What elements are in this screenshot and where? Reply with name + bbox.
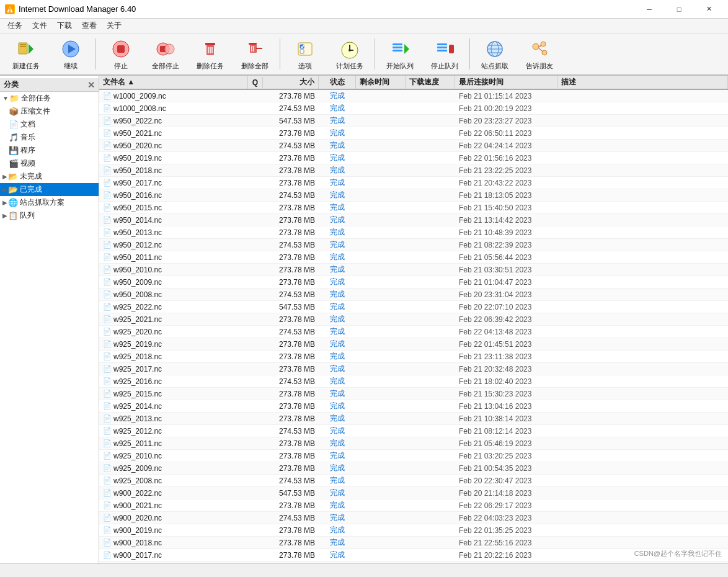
sidebar-item-programs[interactable]: 💾程序 (0, 144, 99, 157)
table-row[interactable]: 📄 w950_2017.nc 273.78 MB 完成 Feb 21 20:43… (99, 177, 728, 189)
tree-folder-icon: 📂 (8, 172, 18, 181)
cell-remain (356, 158, 406, 159)
table-row[interactable]: 📄 w950_2020.nc 274.53 MB 完成 Feb 22 04:24… (99, 140, 728, 152)
cell-status: 完成 (319, 363, 356, 375)
col-header-speed[interactable]: 下载速度 (406, 76, 455, 89)
cell-desc (557, 158, 728, 159)
cell-desc (557, 393, 728, 395)
table-row[interactable]: 📄 w950_2011.nc 273.78 MB 完成 Feb 21 05:56… (99, 251, 728, 264)
toolbar-btn-new-task[interactable]: 新建任务 (5, 35, 47, 73)
cell-desc (557, 406, 728, 407)
table-row[interactable]: 📄 w925_2021.nc 273.78 MB 完成 Feb 22 06:39… (99, 313, 728, 326)
sidebar-item-docs[interactable]: 📄文档 (0, 118, 99, 131)
col-header-size[interactable]: 大小 (263, 76, 319, 89)
table-row[interactable]: 📄 w900_2022.nc 547.53 MB 完成 Feb 20 21:14… (99, 487, 728, 499)
svg-point-45 (533, 43, 539, 50)
toolbar-btn-site-grab[interactable]: 站点抓取 (474, 35, 516, 73)
table-row[interactable]: 📄 w950_2016.nc 274.53 MB 完成 Feb 21 18:13… (99, 189, 728, 202)
col-header-status[interactable]: 状态 (319, 76, 356, 89)
cell-remain (356, 306, 406, 308)
toolbar-btn-delete-all[interactable]: 删除全部 (234, 35, 276, 73)
table-row[interactable]: 📄 w900_2019.nc 273.78 MB 完成 Feb 22 01:35… (99, 524, 728, 537)
toolbar-btn-stop-all[interactable]: 全部停止 (144, 35, 187, 73)
toolbar-btn-select[interactable]: 选项 (284, 35, 326, 73)
svg-rect-24 (256, 48, 262, 49)
table-row[interactable]: 📄 w925_2016.nc 274.53 MB 完成 Feb 21 18:02… (99, 375, 728, 388)
menu-item-关于[interactable]: 关于 (102, 19, 127, 32)
table-row[interactable]: 📄 w925_2015.nc 273.78 MB 完成 Feb 21 15:30… (99, 388, 728, 400)
file-icon: 📄 (103, 539, 112, 547)
sidebar-close-button[interactable]: ✕ (87, 80, 95, 90)
sidebar-item-all-tasks[interactable]: ▼📁全部任务 (0, 92, 99, 105)
toolbar-btn-resume[interactable]: 继续 (50, 35, 92, 73)
table-row[interactable]: 📄 w950_2008.nc 274.53 MB 完成 Feb 20 23:31… (99, 288, 728, 301)
table-row[interactable]: 📄 w900_2020.nc 274.53 MB 完成 Feb 22 04:03… (99, 512, 728, 524)
table-row[interactable]: 📄 w950_2013.nc 273.78 MB 完成 Feb 21 10:48… (99, 226, 728, 239)
table-row[interactable]: 📄 w925_2019.nc 273.78 MB 完成 Feb 22 01:45… (99, 338, 728, 351)
toolbar-btn-start-queue[interactable]: 开始队列 (379, 35, 421, 73)
table-row[interactable]: 📄 w950_2019.nc 273.78 MB 完成 Feb 22 01:56… (99, 152, 728, 164)
table-row[interactable]: 📄 w900_2016.nc 274.53 MB 完成 Feb 21 17:52… (99, 561, 728, 563)
menu-item-查看[interactable]: 查看 (77, 19, 102, 32)
maximize-button[interactable]: □ (665, 0, 693, 19)
sidebar-tree: ▼📁全部任务📦压缩文件📄文档🎵音乐💾程序🎬视频▶📂未完成▶📂已完成▶🌐站点抓取方… (0, 92, 99, 222)
menu-item-下载[interactable]: 下载 (52, 19, 77, 32)
table-row[interactable]: 📄 w950_2015.nc 273.78 MB 完成 Feb 21 15:40… (99, 202, 728, 214)
cell-remain (356, 344, 406, 345)
menu-item-文件[interactable]: 文件 (27, 19, 52, 32)
table-row[interactable]: 📄 w925_2011.nc 273.78 MB 完成 Feb 21 05:46… (99, 437, 728, 450)
titlebar-left: Internet Download Manager 6.40 (5, 4, 136, 14)
table-row[interactable]: 📄 w925_2022.nc 547.53 MB 完成 Feb 20 22:07… (99, 301, 728, 313)
col-header-remain[interactable]: 剩余时间 (356, 76, 406, 89)
sidebar-item-site-grab-cat[interactable]: ▶🌐站点抓取方案 (0, 196, 99, 209)
table-row[interactable]: 📄 w950_2018.nc 273.78 MB 完成 Feb 21 23:22… (99, 164, 728, 177)
table-row[interactable]: 📄 w925_2020.nc 274.53 MB 完成 Feb 22 04:13… (99, 326, 728, 338)
table-row[interactable]: 📄 w900_2021.nc 273.78 MB 完成 Feb 22 06:29… (99, 499, 728, 512)
cell-filename: 📄 w950_2018.nc (99, 166, 248, 176)
minimize-button[interactable]: ─ (635, 0, 664, 19)
sidebar-item-queue[interactable]: ▶📋队列 (0, 209, 99, 222)
table-row[interactable]: 📄 w925_2009.nc 273.78 MB 完成 Feb 21 00:54… (99, 462, 728, 475)
table-row[interactable]: 📄 w950_2012.nc 274.53 MB 完成 Feb 21 08:22… (99, 239, 728, 251)
cell-status: 完成 (319, 549, 356, 561)
table-row[interactable]: 📄 w925_2010.nc 273.78 MB 完成 Feb 21 03:20… (99, 450, 728, 462)
table-row[interactable]: 📄 w950_2014.nc 273.78 MB 完成 Feb 21 13:14… (99, 214, 728, 226)
col-header-time[interactable]: 最后连接时间 (455, 76, 557, 89)
table-row[interactable]: 📄 w950_2010.nc 273.78 MB 完成 Feb 21 03:30… (99, 264, 728, 276)
table-row[interactable]: 📄 w1000_2008.nc 274.53 MB 完成 Feb 21 00:2… (99, 102, 728, 115)
cell-speed (406, 468, 455, 469)
site-grab-label: 站点抓取 (481, 61, 508, 71)
cell-time: Feb 22 06:29:17 2023 (455, 501, 557, 511)
table-row[interactable]: 📄 w900_2018.nc 273.78 MB 完成 Feb 21 22:55… (99, 537, 728, 549)
sidebar-item-videos[interactable]: 🎬视频 (0, 157, 99, 170)
file-icon: 📄 (103, 464, 112, 472)
table-row[interactable]: 📄 w925_2014.nc 273.78 MB 完成 Feb 21 13:04… (99, 400, 728, 413)
toolbar-btn-tell-friend[interactable]: 告诉朋友 (518, 35, 561, 73)
table-row[interactable]: 📄 w950_2021.nc 273.78 MB 完成 Feb 22 06:50… (99, 127, 728, 140)
svg-rect-20 (249, 43, 257, 45)
file-icon: 📄 (103, 303, 112, 311)
toolbar-btn-schedule[interactable]: 计划任务 (329, 35, 371, 73)
toolbar-btn-stop[interactable]: 停止 (100, 35, 142, 73)
toolbar-btn-delete-task[interactable]: 删除任务 (189, 35, 231, 73)
table-row[interactable]: 📄 w950_2009.nc 273.78 MB 完成 Feb 21 01:04… (99, 276, 728, 288)
table-row[interactable]: 📄 w925_2013.nc 273.78 MB 完成 Feb 21 10:38… (99, 413, 728, 425)
sidebar-item-music[interactable]: 🎵音乐 (0, 131, 99, 144)
menu-item-任务[interactable]: 任务 (2, 19, 27, 32)
table-row[interactable]: 📄 w925_2017.nc 273.78 MB 完成 Feb 21 20:32… (99, 363, 728, 375)
table-row[interactable]: 📄 w925_2012.nc 274.53 MB 完成 Feb 21 08:12… (99, 425, 728, 437)
table-row[interactable]: 📄 w1000_2009.nc 273.78 MB 完成 Feb 21 01:1… (99, 90, 728, 102)
table-row[interactable]: 📄 w925_2008.nc 274.53 MB 完成 Feb 20 22:30… (99, 475, 728, 487)
table-row[interactable]: 📄 w950_2022.nc 547.53 MB 完成 Feb 20 23:23… (99, 115, 728, 127)
toolbar-btn-stop-queue[interactable]: 停止队列 (424, 35, 466, 73)
col-header-q[interactable]: Q (248, 77, 263, 88)
file-icon: 📄 (103, 365, 112, 373)
table-row[interactable]: 📄 w925_2018.nc 273.78 MB 完成 Feb 21 23:11… (99, 351, 728, 363)
close-button[interactable]: ✕ (695, 0, 723, 19)
col-header-name[interactable]: 文件名 ▲ (99, 76, 248, 89)
sidebar-item-completed[interactable]: ▶📂已完成 (0, 183, 99, 196)
sidebar-item-compressed[interactable]: 📦压缩文件 (0, 105, 99, 118)
sidebar-item-incomplete[interactable]: ▶📂未完成 (0, 170, 99, 183)
table-row[interactable]: 📄 w900_2017.nc 273.78 MB 完成 Feb 21 20:22… (99, 549, 728, 561)
col-header-desc[interactable]: 描述 (557, 76, 728, 89)
